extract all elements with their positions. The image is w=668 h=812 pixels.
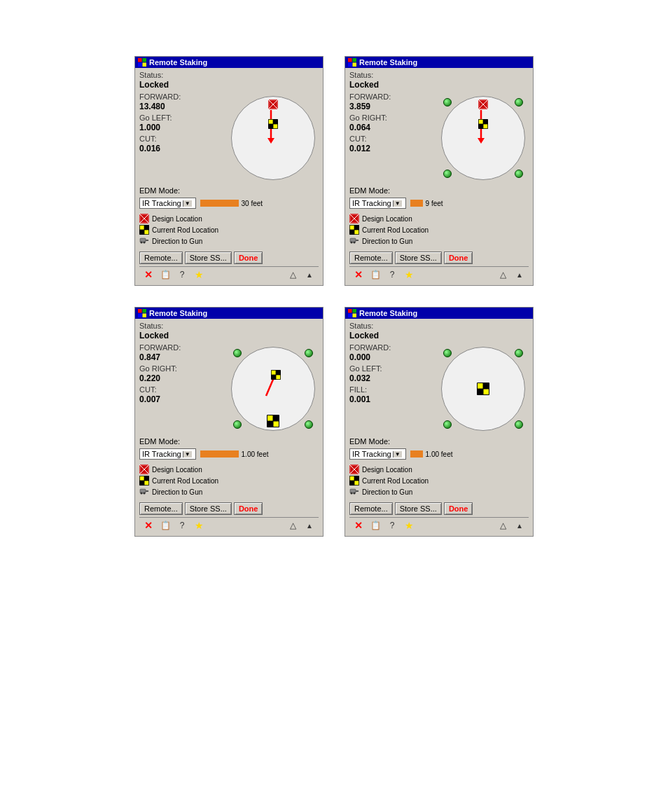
edm-dropdown[interactable]: IR Tracking ▼ [139,198,196,209]
dropdown-arrow-icon[interactable]: ▼ [183,451,192,457]
distance-text: 1.00 feet [242,450,269,458]
close-icon[interactable]: ✕ [142,268,155,281]
done-button[interactable]: Done [444,252,473,264]
main-area: FORWARD: 0.000 Go LEFT: 0.032 FILL: 0.00… [349,343,529,434]
up-arrow-icon[interactable]: ▲ [303,519,316,532]
notebook-icon[interactable]: 📋 [159,519,172,532]
direction-value: 1.000 [139,123,225,132]
store-ss-button[interactable]: Store SS... [395,252,442,264]
title-text: Remote Staking [359,309,417,317]
main-area: FORWARD: 3.859 Go RIGHT: 0.064 CUT: 0.01… [349,92,529,184]
svg-rect-56 [138,309,142,313]
legend: Design Location Current Rod Location Dir… [349,214,529,246]
close-icon[interactable]: ✕ [352,268,365,281]
edm-mode-label: EDM Mode: [139,186,319,195]
svg-rect-106 [354,481,359,485]
notebook-icon[interactable]: 📋 [159,268,172,281]
svg-rect-97 [484,390,489,395]
status-label: Status: [349,322,529,330]
svg-rect-49 [354,226,359,230]
svg-point-109 [351,493,353,495]
close-icon[interactable]: ✕ [142,519,155,532]
notebook-icon[interactable]: 📋 [369,268,382,281]
svg-rect-30 [348,63,352,67]
content-area: Status: Locked FORWARD: 3.859 Go RIGHT: … [345,68,533,285]
edm-mode-label: EDM Mode: [349,437,529,446]
cut-fill-value: 0.016 [139,144,225,153]
help-icon[interactable]: ? [386,519,398,532]
star-icon[interactable]: ★ [403,268,415,281]
design-icon [478,99,488,109]
distance-bar-container: 1.00 feet [200,450,269,458]
design-icon [268,99,278,109]
help-icon[interactable]: ? [386,268,398,281]
direction-value: 0.220 [139,373,225,383]
edm-mode-label: EDM Mode: [349,186,529,195]
svg-point-88 [144,493,146,495]
legend-gun: Direction to Gun [349,487,529,497]
edm-dropdown[interactable]: IR Tracking ▼ [139,448,196,460]
remote-button[interactable]: Remote... [139,252,183,264]
triangle-icon[interactable]: △ [286,519,299,532]
cut-fill-label: CUT: [139,385,225,394]
svg-rect-25 [146,240,148,241]
up-arrow-icon[interactable]: ▲ [303,268,316,281]
svg-rect-20 [140,226,144,230]
remote-button[interactable]: Remote... [349,252,393,264]
green-dot-indicator [443,420,452,429]
svg-rect-83 [140,481,144,485]
triangle-icon[interactable]: △ [496,268,509,281]
green-dot-indicator [515,349,523,357]
triangle-icon[interactable]: △ [286,268,299,281]
svg-rect-31 [353,63,357,67]
button-row: Remote... Store SS... Done [349,252,529,264]
content-area: Status: Locked FORWARD: 0.847 Go RIGHT: … [135,319,323,536]
circle-area [438,343,529,434]
star-icon[interactable]: ★ [403,519,415,532]
store-ss-button[interactable]: Store SS... [185,502,232,515]
legend-rod: Current Rod Location [139,476,319,486]
panels-grid: Remote Staking Status: Locked FORWARD: 1… [134,56,534,537]
forward-value: 0.847 [139,352,225,362]
svg-rect-1 [143,58,147,62]
svg-rect-40 [483,120,487,124]
store-ss-button[interactable]: Store SS... [395,502,442,515]
green-dot-top-right [515,349,523,357]
cut-fill-label: CUT: [139,135,225,143]
done-button[interactable]: Done [234,252,263,264]
notebook-icon[interactable]: 📋 [369,519,382,532]
rod-icon [271,370,281,380]
dropdown-arrow-icon[interactable]: ▼ [183,200,192,207]
svg-rect-57 [143,309,147,313]
done-button[interactable]: Done [444,502,473,515]
close-icon[interactable]: ✕ [352,519,365,532]
help-icon[interactable]: ? [176,519,188,532]
store-ss-button[interactable]: Store SS... [185,252,232,264]
up-arrow-icon[interactable]: ▲ [513,268,526,281]
svg-rect-69 [272,375,276,379]
svg-rect-95 [484,383,489,389]
remote-button[interactable]: Remote... [139,502,183,515]
edm-mode-value: IR Tracking [352,450,391,458]
status-value: Locked [349,331,529,340]
edm-row: IR Tracking ▼ 1.00 feet [349,448,529,460]
dropdown-arrow-icon[interactable]: ▼ [393,451,402,457]
star-icon[interactable]: ★ [193,519,205,532]
triangle-icon[interactable]: △ [496,519,509,532]
direction-label: Go LEFT: [139,113,225,122]
cut-fill-value: 0.012 [349,144,435,153]
status-value: Locked [139,331,319,340]
remote-button[interactable]: Remote... [349,502,393,515]
star-icon[interactable]: ★ [193,268,205,281]
legend-rod-label: Current Rod Location [152,477,218,485]
done-button[interactable]: Done [234,502,263,515]
dropdown-arrow-icon[interactable]: ▼ [393,200,402,207]
edm-dropdown[interactable]: IR Tracking ▼ [349,448,406,460]
legend-rod-label: Current Rod Location [362,226,429,234]
button-row: Remote... Store SS... Done [349,502,529,515]
up-arrow-icon[interactable]: ▲ [513,519,526,532]
cut-fill-value: 0.001 [349,394,435,404]
legend-design-label: Design Location [152,215,202,223]
help-icon[interactable]: ? [176,268,188,281]
edm-dropdown[interactable]: IR Tracking ▼ [349,198,406,209]
